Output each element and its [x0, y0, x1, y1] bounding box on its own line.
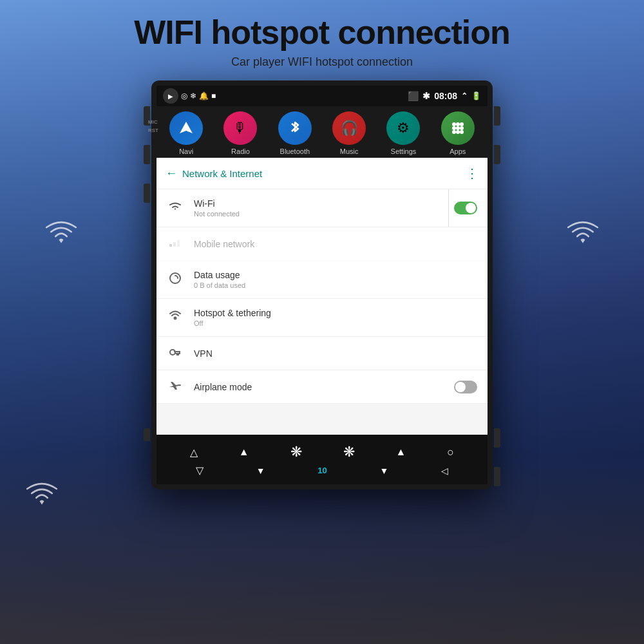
- apps-icon: [449, 119, 467, 137]
- data-usage-icon: [167, 271, 184, 289]
- data-usage-item[interactable]: Data usage 0 B of data used: [156, 261, 488, 299]
- svg-point-4: [452, 126, 456, 130]
- settings-label: Settings: [391, 147, 417, 155]
- right-up-button[interactable]: ▲: [395, 446, 406, 458]
- side-button-right-top: [494, 106, 500, 126]
- page-subtitle: Car player WIFI hotspot connection: [231, 55, 413, 69]
- mobile-network-text: Mobile network: [194, 239, 477, 249]
- network-header: ← Network & Internet ⋮: [156, 158, 488, 189]
- wifi-decoration-left: [39, 213, 84, 254]
- volume-number: 10: [317, 466, 327, 475]
- status-icon-3: 🔔: [199, 91, 209, 100]
- page-title: WIFI hotspot connection: [134, 13, 510, 52]
- app-bluetooth[interactable]: Bluetooth: [268, 111, 322, 155]
- hotspot-text: Hotspot & tethering Off: [194, 308, 477, 327]
- data-usage-text: Data usage 0 B of data used: [194, 270, 477, 289]
- airplane-control[interactable]: [454, 381, 477, 393]
- svg-point-5: [456, 126, 460, 130]
- status-right: ⬛ ✱ 08:08 ⌃ 🔋: [408, 91, 481, 101]
- svg-point-2: [456, 122, 460, 126]
- navi-label: Navi: [179, 147, 193, 155]
- radio-label: Radio: [231, 147, 250, 155]
- down-solid-button[interactable]: ▼: [256, 466, 265, 476]
- vpn-icon: [167, 346, 184, 361]
- radio-icon: 🎙: [233, 120, 247, 137]
- airplane-svg-icon: [168, 379, 182, 391]
- settings-icon-circle: ⚙: [386, 111, 420, 145]
- app-bar: Navi 🎙 Radio Bluetooth: [156, 106, 488, 158]
- bluetooth-icon: [287, 120, 303, 137]
- up-solid-button[interactable]: ▲: [239, 446, 249, 458]
- bluetooth-icon-circle: [278, 111, 312, 145]
- network-screen: ← Network & Internet ⋮: [156, 158, 488, 435]
- vpn-text: VPN: [194, 348, 477, 359]
- svg-point-15: [170, 350, 175, 355]
- signal-icon: [168, 236, 182, 248]
- play-icon: ▶: [168, 93, 173, 100]
- svg-point-6: [460, 126, 464, 130]
- battery-icon: 🔋: [471, 91, 481, 100]
- airplane-item[interactable]: Airplane mode: [156, 370, 488, 404]
- status-icon-4: ■: [211, 91, 216, 100]
- vpn-title: VPN: [194, 348, 477, 359]
- play-button[interactable]: ▶: [163, 88, 178, 104]
- back-nav-button[interactable]: ◁: [441, 466, 448, 476]
- fan-left-button[interactable]: ❋: [290, 444, 302, 460]
- data-usage-subtitle: 0 B of data used: [194, 281, 477, 289]
- status-bar: ▶ ◎ ❄ 🔔 ■ ⬛ ✱ 08:08 ⌃ 🔋: [156, 86, 488, 106]
- right-down-button[interactable]: ▼: [379, 466, 388, 476]
- network-header-left: ← Network & Internet: [166, 167, 262, 180]
- back-button[interactable]: ←: [166, 167, 177, 180]
- svg-point-8: [456, 130, 460, 134]
- svg-marker-10: [169, 244, 172, 247]
- volume-down-outline-button[interactable]: ▽: [196, 464, 204, 477]
- wifi-decoration-bottom-left: [19, 474, 64, 515]
- hotspot-subtitle: Off: [194, 319, 477, 327]
- bluetooth-status-icon: ✱: [422, 91, 430, 101]
- volume-up-outline-button[interactable]: △: [190, 446, 198, 459]
- radio-icon-circle: 🎙: [223, 111, 257, 145]
- rst-label: RST: [148, 128, 158, 133]
- app-apps[interactable]: Apps: [431, 111, 485, 155]
- wifi-control[interactable]: [454, 202, 477, 214]
- svg-marker-11: [173, 242, 176, 247]
- hotspot-icon: [167, 309, 184, 327]
- music-icon-circle: 🎧: [332, 111, 366, 145]
- wifi-decoration-right: [560, 213, 605, 254]
- more-options-button[interactable]: ⋮: [466, 166, 478, 181]
- app-music[interactable]: 🎧 Music: [322, 111, 376, 155]
- wifi-subtitle: Not connected: [194, 210, 444, 218]
- wifi-item[interactable]: Wi-Fi Not connected: [156, 189, 488, 227]
- svg-point-14: [174, 316, 177, 319]
- wifi-item-icon: [167, 201, 184, 216]
- music-icon: 🎧: [341, 120, 358, 137]
- home-button[interactable]: ○: [447, 446, 454, 459]
- data-icon: [168, 271, 182, 285]
- app-radio[interactable]: 🎙 Radio: [213, 111, 267, 155]
- hotspot-item[interactable]: Hotspot & tethering Off: [156, 299, 488, 337]
- svg-point-3: [460, 122, 464, 126]
- content-wrapper: WIFI hotspot connection Car player WIFI …: [0, 0, 644, 644]
- navi-icon: [177, 119, 195, 137]
- chevron-up-icon: ⌃: [461, 91, 468, 100]
- vpn-item[interactable]: VPN: [156, 337, 488, 370]
- mobile-network-item: Mobile network: [156, 227, 488, 261]
- hotspot-svg-icon: [168, 309, 182, 323]
- wifi-toggle[interactable]: [454, 202, 477, 214]
- volume-number-row: ▽ ▼ 10 ▼ ◁: [156, 463, 488, 478]
- side-button-left-bot2: [144, 428, 150, 441]
- app-settings[interactable]: ⚙ Settings: [376, 111, 430, 155]
- divider-wifi: [448, 189, 449, 227]
- bottom-controls: △ ▲ ❋ ❋ ▲ ○: [156, 441, 488, 463]
- airplane-toggle[interactable]: [454, 381, 477, 393]
- app-navi[interactable]: Navi: [159, 111, 213, 155]
- status-icon-2: ❄: [190, 91, 196, 100]
- cast-icon: ⬛: [408, 91, 419, 101]
- mic-label: MIC: [148, 119, 158, 125]
- device-screen: ▶ ◎ ❄ 🔔 ■ ⬛ ✱ 08:08 ⌃ 🔋: [156, 86, 488, 484]
- apps-label: Apps: [450, 147, 466, 155]
- svg-marker-12: [177, 240, 180, 247]
- svg-marker-0: [180, 122, 193, 133]
- bottom-bar: △ ▲ ❋ ❋ ▲ ○ ▽ ▼ 10: [156, 435, 488, 484]
- fan-right-button[interactable]: ❋: [343, 444, 355, 460]
